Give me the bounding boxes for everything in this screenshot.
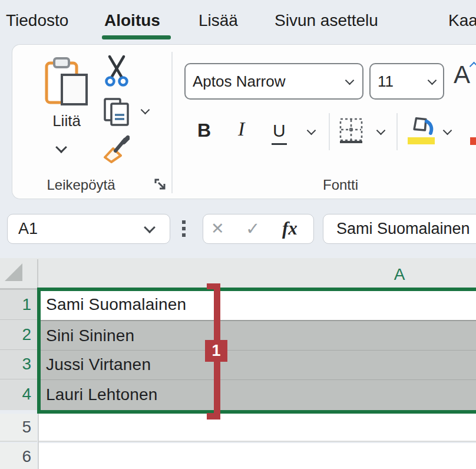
- grip-dots-icon: [182, 220, 186, 224]
- cell-a3[interactable]: Jussi Virtanen: [40, 350, 476, 379]
- clipboard-icon: [44, 57, 89, 106]
- group-divider: [171, 52, 173, 193]
- name-box-value: A1: [18, 214, 38, 243]
- font-size-combobox[interactable]: 11: [369, 63, 444, 100]
- scissors-icon: [105, 54, 128, 87]
- fill-color-icon: [409, 115, 436, 139]
- cell-a2[interactable]: Sini Sininen: [40, 320, 476, 350]
- increase-font-caret-icon: [470, 62, 476, 71]
- font-group-divider-2: [396, 113, 398, 150]
- annotation-badge: 1: [205, 340, 227, 362]
- tab-lisaa[interactable]: Lisää: [199, 9, 238, 32]
- font-group-divider: [329, 113, 330, 150]
- font-name-chevron-down-icon[interactable]: [345, 76, 355, 85]
- name-box[interactable]: A1: [7, 214, 170, 244]
- paste-label: Liitä: [41, 112, 92, 130]
- formula-controls: ✕ ✓ fx: [203, 214, 314, 244]
- tab-kaavat[interactable]: Kaavat: [448, 9, 476, 32]
- selection-border-bottom: [37, 410, 476, 414]
- copy-button[interactable]: [103, 97, 130, 129]
- bold-button[interactable]: B: [197, 118, 211, 142]
- fx-icon[interactable]: fx: [282, 214, 298, 243]
- select-all-triangle-icon[interactable]: [5, 263, 22, 281]
- cell-a1[interactable]: Sami Suomalainen: [40, 290, 476, 320]
- tab-sivun-asettelu[interactable]: Sivun asettelu: [275, 9, 378, 32]
- copy-icon: [103, 97, 130, 127]
- formula-value: Sami Suomalainen: [336, 214, 470, 243]
- annotation-bracket-bottom-arm: [207, 413, 220, 420]
- header-divider: [37, 259, 38, 288]
- borders-icon: [339, 117, 363, 144]
- paste-button[interactable]: [44, 57, 89, 106]
- fill-color-swatch: [408, 137, 435, 144]
- row-header-4[interactable]: 4: [0, 379, 37, 410]
- cut-button[interactable]: [105, 54, 128, 90]
- font-size-value: 11: [378, 64, 394, 98]
- clipboard-group-label: Leikepöytä: [24, 177, 138, 193]
- name-box-chevron-down-icon[interactable]: [144, 222, 156, 233]
- tab-tiedosto[interactable]: Tiedosto: [6, 9, 68, 32]
- row-header-5[interactable]: 5: [0, 414, 37, 442]
- increase-font-icon: A: [454, 61, 470, 88]
- row-header-1[interactable]: 1: [0, 290, 37, 320]
- font-group-label: Fontti: [287, 177, 394, 193]
- format-painter-icon: [101, 134, 130, 163]
- enter-icon[interactable]: ✓: [246, 214, 260, 243]
- active-tab-underline: [102, 35, 171, 39]
- dialog-launcher-icon: [153, 177, 167, 191]
- selection-border-left: [37, 288, 41, 414]
- formula-bar-grip[interactable]: [182, 220, 186, 240]
- cancel-icon[interactable]: ✕: [211, 214, 224, 243]
- clipboard-dialog-launcher[interactable]: [153, 177, 167, 194]
- font-name-combobox[interactable]: Aptos Narrow: [184, 63, 363, 100]
- column-header-a[interactable]: A: [386, 261, 413, 288]
- gridline-vertical: [38, 414, 39, 469]
- borders-button[interactable]: [339, 117, 363, 146]
- cell-a6[interactable]: [39, 443, 476, 469]
- italic-button[interactable]: I: [238, 117, 244, 141]
- increase-font-size-button[interactable]: A: [454, 61, 476, 96]
- row-header-2[interactable]: 2: [0, 320, 37, 350]
- selection-border-top: [37, 288, 476, 291]
- row-header-6[interactable]: 6: [0, 443, 37, 469]
- font-size-chevron-down-icon[interactable]: [428, 76, 437, 85]
- tab-aloitus[interactable]: Aloitus: [104, 9, 160, 32]
- formula-input[interactable]: Sami Suomalainen: [323, 214, 476, 244]
- excel-window: Tiedosto Aloitus Lisää Sivun asettelu Ka…: [0, 0, 476, 469]
- fill-color-button[interactable]: [409, 115, 436, 141]
- underline-button[interactable]: U: [272, 119, 287, 145]
- font-color-swatch[interactable]: [470, 137, 476, 145]
- cell-a4[interactable]: Lauri Lehtonen: [40, 379, 476, 410]
- row-header-3[interactable]: 3: [0, 350, 37, 379]
- format-painter-button[interactable]: [101, 134, 130, 166]
- cell-a5[interactable]: [39, 414, 476, 442]
- font-name-value: Aptos Narrow: [193, 64, 286, 98]
